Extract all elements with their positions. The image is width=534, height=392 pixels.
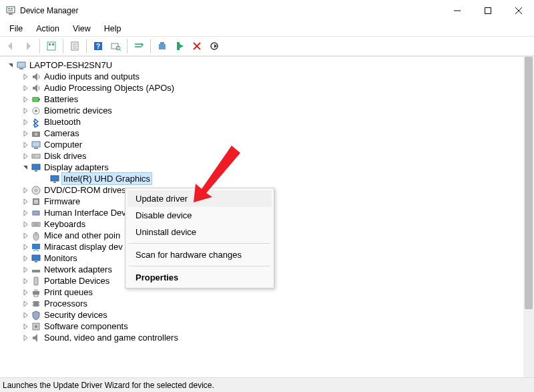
expand-icon[interactable] — [21, 186, 29, 194]
expand-icon[interactable] — [21, 311, 29, 319]
menu-action[interactable]: Action — [29, 23, 66, 35]
svg-rect-6 — [485, 8, 491, 14]
tree-row-cat-2[interactable]: Batteries — [3, 93, 534, 105]
expand-icon[interactable] — [21, 300, 29, 308]
hid-icon — [31, 208, 41, 218]
expand-icon[interactable] — [21, 323, 29, 331]
menu-item-uninstall-device[interactable]: Uninstall device — [127, 224, 272, 240]
expand-icon[interactable] — [21, 232, 29, 240]
expand-icon[interactable] — [21, 141, 29, 149]
svg-marker-27 — [180, 44, 184, 48]
menu-file[interactable]: File — [3, 23, 29, 35]
tree-label: Batteries — [44, 93, 78, 105]
expand-icon[interactable] — [21, 95, 29, 104]
network-icon — [31, 264, 41, 275]
show-hide-tree-button[interactable] — [43, 38, 59, 54]
audio-icon — [31, 71, 41, 82]
tree-row-cat-3[interactable]: Biometric devices — [3, 105, 534, 116]
tree-row-cat-8[interactable]: Display adapters — [3, 162, 534, 173]
collapse-icon[interactable] — [7, 61, 15, 69]
svg-rect-0 — [7, 7, 15, 13]
tree-row-root[interactable]: LAPTOP-ESH2SN7U — [3, 59, 534, 71]
tree-row-cat-7[interactable]: Disk drives — [3, 150, 534, 162]
tree-row-cat-20[interactable]: Security devices — [3, 309, 534, 321]
expand-icon[interactable] — [21, 243, 29, 251]
collapse-icon[interactable] — [21, 164, 29, 172]
expand-icon[interactable] — [21, 84, 29, 92]
menu-item-properties[interactable]: Properties — [127, 269, 272, 286]
expand-icon[interactable] — [21, 107, 29, 115]
tree-row-cat-0[interactable]: Audio inputs and outputs — [3, 71, 534, 82]
camera-icon — [31, 128, 41, 139]
refresh-button[interactable] — [206, 38, 222, 54]
status-text: Launches the Update Driver Wizard for th… — [3, 381, 214, 390]
menu-item-scan-for-hardware-changes[interactable]: Scan for hardware changes — [127, 246, 272, 263]
vertical-scrollbar[interactable] — [523, 57, 534, 377]
expand-icon[interactable] — [21, 220, 29, 228]
tree-label: Keyboards — [44, 218, 85, 230]
expand-icon[interactable] — [21, 266, 29, 274]
disable-button[interactable] — [172, 38, 188, 54]
printer-icon — [31, 287, 41, 298]
svg-rect-26 — [177, 42, 180, 50]
expand-icon[interactable] — [21, 288, 29, 297]
menu-item-update-driver[interactable]: Update driver — [127, 190, 272, 207]
scrollbar-thumb[interactable] — [525, 57, 533, 309]
tree-row-cat-22[interactable]: Sound, video and game controllers — [3, 332, 534, 343]
miracast-icon — [31, 242, 41, 252]
tree-row-cat-19[interactable]: Processors — [3, 298, 534, 309]
menu-separator — [129, 243, 270, 244]
app-icon — [5, 5, 16, 16]
remove-button[interactable] — [189, 38, 205, 54]
tree-row-cat-21[interactable]: Software components — [3, 321, 534, 332]
maximize-button[interactable] — [473, 0, 503, 21]
tree-label: Display adapters — [44, 162, 109, 173]
svg-rect-22 — [135, 46, 142, 47]
audio-icon — [31, 83, 41, 93]
tree-row-cat-4[interactable]: Bluetooth — [3, 116, 534, 128]
minimize-button[interactable] — [442, 0, 473, 21]
svg-rect-68 — [33, 301, 39, 307]
close-button[interactable] — [503, 0, 534, 21]
expand-icon[interactable] — [21, 198, 29, 206]
expand-icon[interactable] — [21, 209, 29, 217]
tree-label: Intel(R) UHD Graphics — [61, 172, 152, 185]
battery-icon — [31, 94, 41, 105]
uninstall-button[interactable] — [154, 38, 170, 54]
mouse-icon — [31, 230, 41, 241]
bluetooth-icon — [31, 117, 41, 128]
menu-item-disable-device[interactable]: Disable device — [127, 207, 272, 224]
expand-icon[interactable] — [21, 73, 29, 81]
expand-icon[interactable] — [21, 130, 29, 138]
tree-label: DVD/CD-ROM drives — [44, 184, 126, 196]
expand-icon[interactable] — [21, 254, 29, 262]
expand-icon[interactable] — [21, 118, 29, 126]
help-button[interactable]: ? — [90, 38, 106, 54]
portable-icon — [31, 276, 41, 286]
svg-rect-1 — [8, 8, 10, 9]
update-driver-button[interactable] — [131, 38, 147, 54]
expand-icon[interactable] — [21, 334, 29, 342]
menu-help[interactable]: Help — [97, 23, 128, 35]
menu-view[interactable]: View — [66, 23, 97, 35]
svg-rect-45 — [35, 170, 37, 172]
tree-row-dev-8-0[interactable]: Intel(R) UHD Graphics — [3, 173, 534, 184]
tree-label: Biometric devices — [44, 105, 112, 116]
svg-rect-51 — [34, 200, 38, 204]
properties-button[interactable] — [67, 38, 83, 54]
tree-label: Computer — [44, 139, 82, 150]
svg-point-49 — [35, 189, 37, 191]
computer-icon — [31, 140, 41, 150]
scan-button[interactable] — [107, 38, 123, 54]
svg-rect-60 — [35, 261, 37, 262]
tree-row-cat-5[interactable]: Cameras — [3, 128, 534, 139]
tree-label: Processors — [44, 298, 87, 309]
expand-icon[interactable] — [21, 152, 29, 160]
tree-label: Monitors — [44, 252, 77, 264]
expand-icon[interactable] — [21, 277, 29, 285]
svg-rect-52 — [33, 211, 39, 215]
separator — [39, 39, 40, 53]
cpu-icon — [31, 299, 41, 309]
tree-row-cat-1[interactable]: Audio Processing Objects (APOs) — [3, 82, 534, 93]
tree-row-cat-6[interactable]: Computer — [3, 139, 534, 150]
